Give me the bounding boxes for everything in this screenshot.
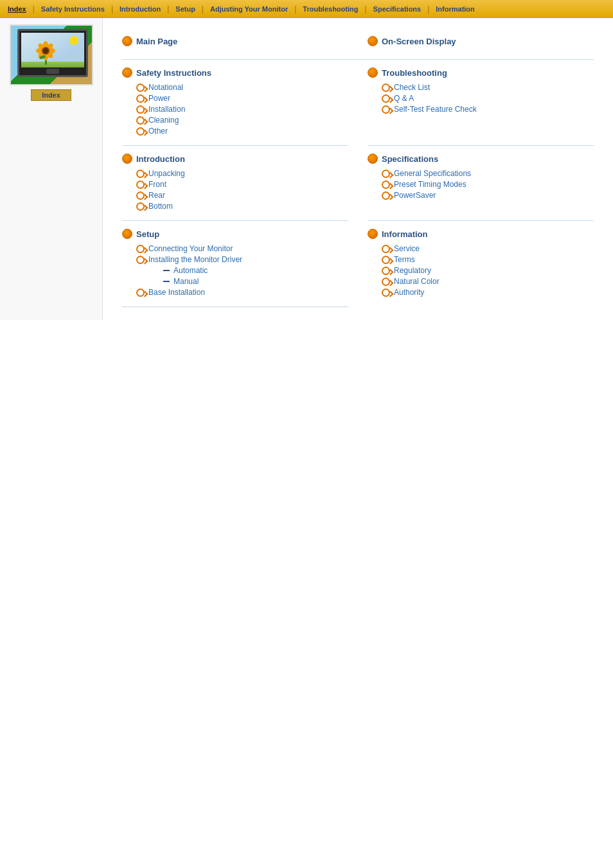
nav-sep-1: | <box>31 4 36 13</box>
front-item: Front <box>136 180 348 189</box>
terms-item: Terms <box>382 255 594 264</box>
selftest-item: Self-Test Feature Check <box>382 105 594 114</box>
base-installation-link[interactable]: Base Installation <box>148 288 205 297</box>
regulatory-item: Regulatory <box>382 266 594 275</box>
general-spec-icon <box>382 170 390 178</box>
introduction-link[interactable]: Introduction <box>136 154 185 164</box>
sidebar-index-label[interactable]: Index <box>31 89 71 101</box>
powersaver-link[interactable]: PowerSaver <box>394 191 436 200</box>
safety-link[interactable]: Safety Instructions <box>136 68 211 78</box>
information-heading-row: Information <box>368 229 594 239</box>
terms-link[interactable]: Terms <box>394 255 415 264</box>
power-link[interactable]: Power <box>148 94 170 103</box>
regulatory-link[interactable]: Regulatory <box>394 266 431 275</box>
notational-link[interactable]: Notational <box>148 83 183 92</box>
bottom-link[interactable]: Bottom <box>148 202 173 211</box>
nav-sep-7: | <box>426 4 431 13</box>
regulatory-icon <box>382 267 390 275</box>
svg-point-2 <box>69 36 78 45</box>
on-screen-display-item: On-Screen Display <box>368 31 594 51</box>
front-icon <box>136 181 145 189</box>
monitor-screen <box>21 33 84 67</box>
other-link[interactable]: Other <box>148 127 168 136</box>
svg-point-13 <box>43 48 48 53</box>
nav-item-specifications[interactable]: Specifications <box>368 5 427 13</box>
osd-icon <box>368 36 378 46</box>
bottom-icon <box>136 202 145 211</box>
qa-link[interactable]: Q & A <box>394 94 414 103</box>
introduction-heading-row: Introduction <box>122 154 348 164</box>
nav-item-adjusting[interactable]: Adjusting Your Monitor <box>205 5 293 13</box>
rear-icon <box>136 191 145 200</box>
preset-timing-link[interactable]: Preset Timing Modes <box>394 180 466 189</box>
automatic-dash <box>163 270 170 271</box>
installation-link[interactable]: Installation <box>148 105 185 114</box>
powersaver-icon <box>382 191 390 200</box>
introduction-icon <box>122 154 132 164</box>
information-link[interactable]: Information <box>382 229 428 239</box>
powersaver-item: PowerSaver <box>382 191 594 200</box>
installation-item: Installation <box>136 105 348 114</box>
service-link[interactable]: Service <box>394 244 420 253</box>
rear-link[interactable]: Rear <box>148 191 165 200</box>
section-introduction: Introduction Unpacking Front Rear Bottom <box>122 146 348 221</box>
troubleshooting-heading-row: Troubleshooting <box>368 67 594 78</box>
authority-link[interactable]: Authority <box>394 288 424 297</box>
selftest-link[interactable]: Self-Test Feature Check <box>394 105 477 114</box>
troubleshooting-icon <box>368 67 378 78</box>
nav-bar: Index | Safety Instructions | Introducti… <box>0 0 613 18</box>
terms-icon <box>382 256 390 264</box>
base-installation-item: Base Installation <box>136 288 348 297</box>
notational-item: Notational <box>136 83 348 92</box>
installing-driver-link[interactable]: Installing the Monitor Driver <box>148 255 242 264</box>
power-item: Power <box>136 94 348 103</box>
other-icon <box>136 127 145 136</box>
specifications-heading-row: Specifications <box>368 154 594 164</box>
section-safety: Safety Instructions Notational Power Ins… <box>122 60 348 146</box>
authority-item: Authority <box>382 288 594 297</box>
main-content: Main Page On-Screen Display Safety Instr… <box>103 18 613 320</box>
nav-item-information[interactable]: Information <box>431 5 480 13</box>
setup-link[interactable]: Setup <box>136 229 159 239</box>
bottom-item: Bottom <box>136 202 348 211</box>
page-layout: Index Main Page On-Screen Display Safety… <box>0 18 613 320</box>
specifications-link[interactable]: Specifications <box>382 154 438 164</box>
monitor-stand <box>46 69 59 74</box>
setup-icon <box>122 229 132 239</box>
manual-dash <box>163 281 170 282</box>
automatic-item: Automatic <box>150 266 348 275</box>
section-information: Information Service Terms Regulatory Nat… <box>368 221 594 307</box>
nav-sep-2: | <box>110 4 114 13</box>
service-icon <box>382 245 390 253</box>
manual-link[interactable]: Manual <box>173 277 199 286</box>
natural-color-link[interactable]: Natural Color <box>394 277 440 286</box>
nav-sep-3: | <box>166 4 170 13</box>
osd-link[interactable]: On-Screen Display <box>382 37 456 46</box>
nav-item-introduction[interactable]: Introduction <box>114 5 166 13</box>
troubleshooting-link[interactable]: Troubleshooting <box>382 68 447 78</box>
cleaning-item: Cleaning <box>136 116 348 125</box>
nav-item-index[interactable]: Index <box>3 5 31 13</box>
installing-driver-item: Installing the Monitor Driver <box>136 255 348 264</box>
qa-item: Q & A <box>382 94 594 103</box>
preset-timing-icon <box>382 181 390 189</box>
checklist-link[interactable]: Check List <box>394 83 430 92</box>
nav-sep-5: | <box>293 4 298 13</box>
base-installation-icon <box>136 288 145 297</box>
front-link[interactable]: Front <box>148 180 166 189</box>
nav-item-setup[interactable]: Setup <box>170 5 200 13</box>
monitor-frame <box>17 29 88 77</box>
nav-item-troubleshooting[interactable]: Troubleshooting <box>298 5 363 13</box>
general-spec-link[interactable]: General Specifications <box>394 169 471 178</box>
qa-icon <box>382 94 390 103</box>
automatic-link[interactable]: Automatic <box>173 266 208 275</box>
connecting-link[interactable]: Connecting Your Monitor <box>148 244 233 253</box>
safety-icon <box>122 67 132 78</box>
main-page-link[interactable]: Main Page <box>136 37 177 46</box>
unpacking-link[interactable]: Unpacking <box>148 169 185 178</box>
nav-item-safety[interactable]: Safety Instructions <box>36 5 110 13</box>
checklist-icon <box>382 84 390 92</box>
toc-top-row: Main Page On-Screen Display <box>122 31 594 60</box>
cleaning-link[interactable]: Cleaning <box>148 116 179 125</box>
natural-color-icon <box>382 278 390 286</box>
